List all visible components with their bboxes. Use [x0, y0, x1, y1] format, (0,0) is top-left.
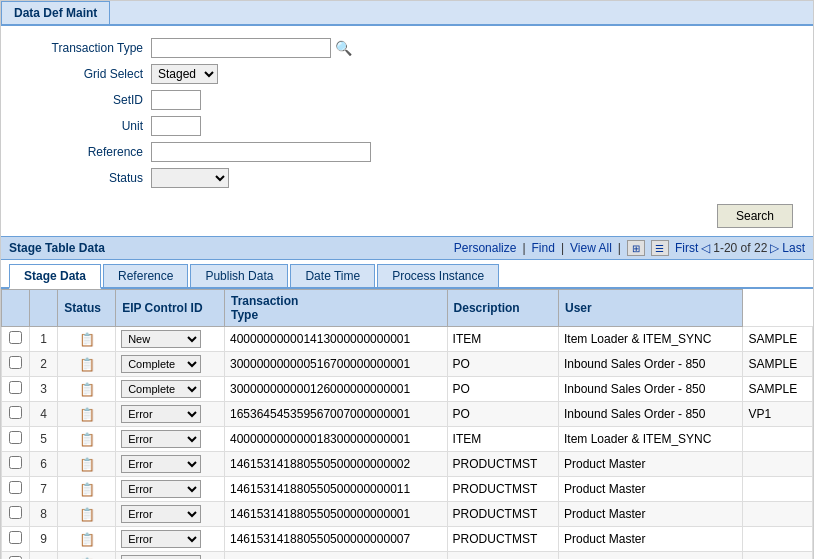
list-icon[interactable]: ☰	[651, 240, 669, 256]
edit-icon[interactable]: 📋	[79, 432, 95, 447]
row-description: Product Master	[559, 552, 743, 560]
row-checkbox[interactable]	[9, 406, 22, 419]
row-checkbox[interactable]	[9, 356, 22, 369]
grid-icon[interactable]: ⊞	[627, 240, 645, 256]
col-checkbox	[2, 290, 30, 327]
edit-icon[interactable]: 📋	[79, 532, 95, 547]
row-number: 6	[29, 452, 57, 477]
row-checkbox[interactable]	[9, 531, 22, 544]
row-checkbox[interactable]	[9, 481, 22, 494]
next-icon[interactable]: ▷	[770, 241, 779, 255]
row-status[interactable]: NewCompleteError	[116, 477, 225, 502]
first-link[interactable]: First	[675, 241, 698, 255]
row-checkbox[interactable]	[9, 331, 22, 344]
prev-icon[interactable]: ◁	[701, 241, 710, 255]
row-edit-icon[interactable]: 📋	[58, 527, 116, 552]
pagination: First ◁ 1-20 of 22 ▷ Last	[675, 241, 805, 255]
table-row: 3📋NewCompleteError3000000000001260000000…	[2, 377, 813, 402]
row-edit-icon[interactable]: 📋	[58, 477, 116, 502]
status-select[interactable]: NewCompleteError	[121, 505, 201, 523]
row-description: Product Master	[559, 477, 743, 502]
grid-select-dropdown[interactable]: Staged Active Archive	[151, 64, 218, 84]
tab-publish-data[interactable]: Publish Data	[190, 264, 288, 287]
row-edit-icon[interactable]: 📋	[58, 552, 116, 560]
search-button[interactable]: Search	[717, 204, 793, 228]
edit-icon[interactable]: 📋	[79, 482, 95, 497]
row-status[interactable]: NewCompleteError	[116, 527, 225, 552]
transaction-type-input[interactable]	[151, 38, 331, 58]
status-select[interactable]: NewCompleteError	[121, 455, 201, 473]
edit-icon[interactable]: 📋	[79, 507, 95, 522]
table-container: Status EIP Control ID TransactionType De…	[1, 289, 813, 559]
row-status[interactable]: NewCompleteError	[116, 377, 225, 402]
status-select[interactable]: NewCompleteError	[121, 355, 201, 373]
row-eip: 300000000000516700000000001	[224, 352, 447, 377]
row-edit-icon[interactable]: 📋	[58, 427, 116, 452]
sep1: |	[522, 241, 525, 255]
row-status[interactable]: NewCompleteError	[116, 402, 225, 427]
status-dropdown[interactable]: New Complete Error	[151, 168, 229, 188]
last-link[interactable]: Last	[782, 241, 805, 255]
tab-process-instance[interactable]: Process Instance	[377, 264, 499, 287]
row-edit-icon[interactable]: 📋	[58, 502, 116, 527]
row-edit-icon[interactable]: 📋	[58, 402, 116, 427]
stage-header-controls: Personalize | Find | View All | ⊞ ☰ Firs…	[454, 240, 805, 256]
row-checkbox[interactable]	[9, 456, 22, 469]
row-number: 9	[29, 527, 57, 552]
row-user: SAMPLE	[743, 377, 813, 402]
tab-stage-data[interactable]: Stage Data	[9, 264, 101, 289]
row-number: 7	[29, 477, 57, 502]
row-status[interactable]: NewCompleteError	[116, 452, 225, 477]
table-row: 6📋NewCompleteError1461531418805505000000…	[2, 452, 813, 477]
status-select[interactable]: NewCompleteError	[121, 380, 201, 398]
find-link[interactable]: Find	[532, 241, 555, 255]
status-select[interactable]: NewCompleteError	[121, 430, 201, 448]
unit-input[interactable]	[151, 116, 201, 136]
setid-row: SetID	[21, 90, 793, 110]
grid-select-row: Grid Select Staged Active Archive	[21, 64, 793, 84]
row-status[interactable]: NewCompleteError	[116, 502, 225, 527]
row-checkbox[interactable]	[9, 506, 22, 519]
row-edit-icon[interactable]: 📋	[58, 452, 116, 477]
row-status[interactable]: NewCompleteError	[116, 427, 225, 452]
setid-input[interactable]	[151, 90, 201, 110]
row-eip: 146153141880550500000000003	[224, 552, 447, 560]
status-select[interactable]: NewCompleteError	[121, 530, 201, 548]
personalize-link[interactable]: Personalize	[454, 241, 517, 255]
row-user	[743, 527, 813, 552]
row-checkbox[interactable]	[9, 381, 22, 394]
reference-label: Reference	[21, 145, 151, 159]
row-status[interactable]: NewCompleteError	[116, 352, 225, 377]
table-row: 2📋NewCompleteError3000000000005167000000…	[2, 352, 813, 377]
row-eip: 146153141880550500000000007	[224, 527, 447, 552]
reference-input[interactable]	[151, 142, 371, 162]
row-status[interactable]: NewCompleteError	[116, 327, 225, 352]
row-eip: 146153141880550500000000001	[224, 502, 447, 527]
edit-icon[interactable]: 📋	[79, 357, 95, 372]
row-edit-icon[interactable]: 📋	[58, 352, 116, 377]
row-checkbox[interactable]	[9, 431, 22, 444]
row-edit-icon[interactable]: 📋	[58, 327, 116, 352]
row-description: Product Master	[559, 502, 743, 527]
tab-data-def-maint[interactable]: Data Def Maint	[1, 1, 110, 24]
status-select[interactable]: NewCompleteError	[121, 405, 201, 423]
edit-icon[interactable]: 📋	[79, 407, 95, 422]
edit-icon[interactable]: 📋	[79, 457, 95, 472]
row-status[interactable]: NewCompleteError	[116, 552, 225, 560]
row-number: 8	[29, 502, 57, 527]
edit-icon[interactable]: 📋	[79, 382, 95, 397]
tab-date-time[interactable]: Date Time	[290, 264, 375, 287]
edit-icon[interactable]: 📋	[79, 332, 95, 347]
view-all-link[interactable]: View All	[570, 241, 612, 255]
status-select[interactable]: NewCompleteError	[121, 555, 201, 559]
tab-reference[interactable]: Reference	[103, 264, 188, 287]
table-row: 4📋NewCompleteError1653645453595670070000…	[2, 402, 813, 427]
status-select[interactable]: NewCompleteError	[121, 480, 201, 498]
transaction-type-lookup-icon[interactable]: 🔍	[335, 40, 352, 56]
status-select[interactable]: NewCompleteError	[121, 330, 201, 348]
row-description: Item Loader & ITEM_SYNC	[559, 427, 743, 452]
row-description: Product Master	[559, 527, 743, 552]
row-trans-type: ITEM	[447, 327, 558, 352]
stage-data-table: Status EIP Control ID TransactionType De…	[1, 289, 813, 559]
row-edit-icon[interactable]: 📋	[58, 377, 116, 402]
